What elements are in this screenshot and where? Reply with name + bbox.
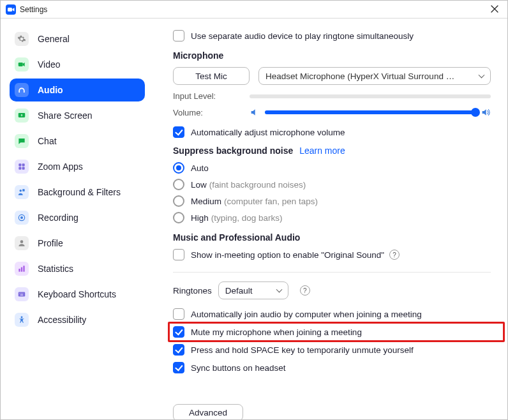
- speaker-low-icon: [250, 107, 260, 117]
- svg-point-11: [20, 240, 24, 243]
- background-icon: [15, 185, 29, 199]
- divider: [173, 272, 491, 273]
- input-level-meter: [250, 94, 491, 98]
- auto-join-audio-checkbox[interactable]: [173, 308, 184, 320]
- share-screen-icon: [15, 109, 29, 123]
- sidebar-item-label: Zoom Apps: [38, 161, 83, 172]
- sidebar-item-label: Recording: [38, 213, 78, 223]
- separate-ringtone-device-label: Use separate audio device to play ringto…: [191, 31, 414, 41]
- sidebar-item-label: Statistics: [38, 264, 73, 274]
- mute-on-join-checkbox[interactable]: [173, 326, 184, 338]
- hold-space-unmute-checkbox[interactable]: [173, 344, 184, 356]
- sidebar-item-label: Chat: [38, 136, 57, 146]
- sidebar-item-zoom-apps[interactable]: Zoom Apps: [10, 155, 145, 178]
- microphone-device-select[interactable]: Headset Microphone (HyperX Virtual Surro…: [258, 67, 491, 85]
- sidebar-item-share-screen[interactable]: Share Screen: [10, 104, 145, 127]
- sync-headset-label: Sync buttons on headset: [191, 363, 286, 373]
- sync-headset-checkbox[interactable]: [173, 362, 184, 373]
- sidebar-item-video[interactable]: Video: [10, 53, 145, 76]
- noise-suppression-title: Suppress background noise: [173, 146, 293, 156]
- auto-join-audio-label: Automatically join audio by computer whe…: [191, 310, 422, 319]
- apps-icon: [15, 160, 29, 174]
- noise-high-label: High: [191, 213, 209, 223]
- noise-auto-label: Auto: [191, 163, 209, 173]
- sidebar-item-background-filters[interactable]: Background & Filters: [10, 181, 145, 204]
- svg-point-17: [21, 293, 22, 294]
- original-sound-label: Show in-meeting option to enable "Origin…: [191, 250, 384, 260]
- sidebar-item-label: Keyboard Shortcuts: [38, 289, 116, 299]
- svg-point-7: [20, 190, 22, 192]
- svg-rect-0: [8, 8, 12, 11]
- zoom-app-icon: [6, 4, 16, 15]
- sidebar-item-general[interactable]: General: [10, 27, 145, 50]
- sidebar-item-keyboard-shortcuts[interactable]: Keyboard Shortcuts: [10, 283, 145, 306]
- close-icon: [491, 4, 498, 15]
- sidebar-item-label: Video: [38, 59, 61, 70]
- svg-point-10: [20, 216, 23, 219]
- svg-rect-5: [19, 167, 21, 170]
- music-pro-section-title: Music and Professional Audio: [173, 232, 491, 243]
- noise-low-label: Low: [191, 180, 207, 190]
- ringtone-select[interactable]: Default: [218, 281, 288, 299]
- record-icon: [15, 211, 29, 225]
- sidebar-item-label: Background & Filters: [38, 187, 121, 197]
- close-button[interactable]: [486, 1, 504, 19]
- noise-learn-more-link[interactable]: Learn more: [299, 146, 345, 156]
- speaker-high-icon: [481, 107, 491, 117]
- chat-icon: [15, 134, 29, 148]
- svg-rect-3: [19, 163, 21, 166]
- sidebar-item-profile[interactable]: Profile: [10, 232, 145, 255]
- profile-icon: [15, 236, 29, 250]
- settings-sidebar: General Video Audio Share Screen: [1, 19, 154, 419]
- titlebar: Settings: [1, 1, 507, 19]
- test-mic-button[interactable]: Test Mic: [173, 67, 250, 85]
- help-icon[interactable]: ?: [300, 285, 310, 296]
- svg-rect-14: [23, 266, 24, 271]
- hold-space-unmute-label: Press and hold SPACE key to temporarily …: [191, 345, 414, 355]
- mute-on-join-label: Mute my microphone when joining a meetin…: [191, 327, 362, 337]
- separate-ringtone-device-checkbox[interactable]: [173, 30, 184, 41]
- noise-low-hint: (faint background noises): [209, 180, 306, 190]
- noise-high-hint: (typing, dog barks): [211, 213, 283, 223]
- noise-medium-hint: (computer fan, pen taps): [224, 197, 318, 206]
- svg-rect-13: [21, 267, 22, 272]
- headphones-icon: [15, 83, 29, 97]
- gear-icon: [15, 32, 29, 46]
- mic-volume-slider[interactable]: [265, 110, 475, 114]
- noise-auto-radio[interactable]: [173, 162, 184, 174]
- noise-high-radio[interactable]: [173, 212, 184, 223]
- advanced-button[interactable]: Advanced: [173, 404, 243, 419]
- window-title: Settings: [20, 5, 47, 14]
- accessibility-icon: [15, 313, 29, 327]
- auto-adjust-mic-volume-label: Automatically adjust microphone volume: [191, 128, 345, 137]
- settings-window: Settings General Video: [0, 0, 508, 420]
- sidebar-item-chat[interactable]: Chat: [10, 130, 145, 153]
- noise-medium-label: Medium: [191, 197, 221, 206]
- ringtones-label: Ringtones: [173, 286, 212, 296]
- svg-point-18: [22, 293, 23, 294]
- input-level-label: Input Level:: [173, 91, 250, 101]
- svg-rect-1: [19, 63, 23, 66]
- audio-settings-panel: Use separate audio device to play ringto…: [154, 19, 507, 419]
- svg-rect-4: [22, 163, 25, 166]
- svg-rect-8: [22, 189, 25, 191]
- sidebar-item-label: Profile: [38, 238, 63, 248]
- original-sound-checkbox[interactable]: [173, 249, 184, 260]
- help-icon[interactable]: ?: [389, 250, 400, 260]
- noise-medium-radio[interactable]: [173, 195, 184, 207]
- svg-point-16: [20, 293, 20, 294]
- svg-rect-19: [20, 295, 24, 296]
- sidebar-item-recording[interactable]: Recording: [10, 206, 145, 229]
- sidebar-item-label: Accessibility: [38, 315, 86, 325]
- sidebar-item-label: Audio: [38, 85, 63, 95]
- noise-low-radio[interactable]: [173, 179, 184, 190]
- sidebar-item-label: General: [38, 34, 70, 44]
- sidebar-item-accessibility[interactable]: Accessibility: [10, 308, 145, 331]
- sidebar-item-label: Share Screen: [38, 110, 93, 121]
- svg-point-20: [21, 316, 23, 318]
- sidebar-item-statistics[interactable]: Statistics: [10, 257, 145, 280]
- sidebar-item-audio[interactable]: Audio: [10, 79, 145, 101]
- auto-adjust-mic-volume-checkbox[interactable]: [173, 126, 184, 138]
- statistics-icon: [15, 262, 29, 276]
- svg-rect-15: [19, 292, 26, 297]
